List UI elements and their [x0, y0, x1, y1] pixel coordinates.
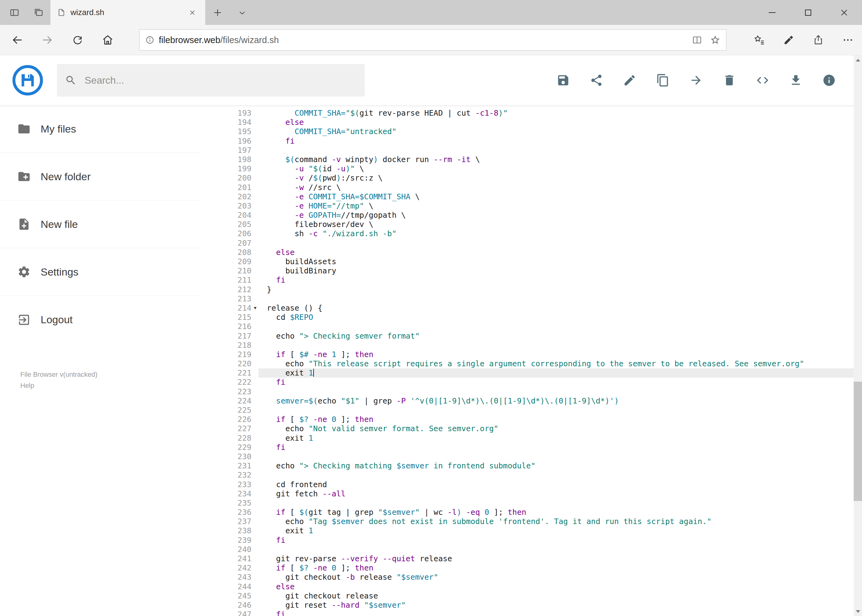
code-line[interactable]: 221 exit 1 [222, 368, 854, 378]
app-logo[interactable] [12, 65, 43, 96]
code-line[interactable]: 231 echo "> Checking matching $semver in… [222, 461, 854, 470]
download-button[interactable] [789, 74, 803, 87]
code-line[interactable]: 239 fi [222, 536, 854, 545]
code-line[interactable]: 196 fi [222, 137, 854, 146]
code-line[interactable]: 208 else [222, 248, 854, 257]
code-line[interactable]: 226 if [ $? -ne 0 ]; then [222, 415, 854, 424]
code-line[interactable]: 247 fi [222, 610, 854, 616]
sidebar-item-settings[interactable]: Settings [0, 248, 199, 296]
scrollbar-thumb[interactable] [854, 382, 862, 501]
forward-button[interactable] [36, 29, 58, 51]
code-line[interactable]: 232 [222, 470, 854, 480]
new-tab-button[interactable] [205, 0, 230, 25]
code-line[interactable]: 214▾release () { [222, 303, 854, 313]
code-line[interactable]: 236 if [ $(git tag | grep "$semver" | wc… [222, 508, 854, 517]
maximize-button[interactable] [790, 0, 826, 25]
fold-arrow-icon[interactable]: ▾ [252, 303, 258, 313]
address-bar[interactable]: filebrowser.web/files/wizard.sh [139, 29, 726, 51]
sidebar-item-new-file[interactable]: New file [0, 201, 199, 248]
code-line[interactable]: 195 COMMIT_SHA="untracked" [222, 127, 854, 136]
delete-button[interactable] [723, 74, 736, 87]
code-line[interactable]: 227 echo "Not valid semver format. See s… [222, 424, 854, 433]
code-line[interactable]: 199 -u "$(id -u)" \ [222, 164, 854, 173]
code-line[interactable]: 245 git checkout release [222, 591, 854, 600]
code-line[interactable]: 219 if [ $# -ne 1 ]; then [222, 350, 854, 359]
share-button[interactable] [807, 29, 829, 51]
rename-button[interactable] [623, 74, 637, 87]
code-line[interactable]: 229 fi [222, 443, 854, 452]
code-line[interactable]: 242 if [ $? -ne 0 ]; then [222, 563, 854, 573]
code-line[interactable]: 209 buildAssets [222, 257, 854, 266]
tab-list-button[interactable] [230, 0, 255, 25]
code-line[interactable]: 238 exit 1 [222, 526, 854, 536]
code-line[interactable]: 217 echo "> Checking semver format" [222, 332, 854, 341]
search-box[interactable]: Search... [57, 64, 365, 97]
code-line[interactable]: 225 [222, 405, 854, 415]
code-line[interactable]: 234 git fetch --all [222, 489, 854, 498]
code-line[interactable]: 240 [222, 545, 854, 554]
code-line[interactable]: 204 -e GOPATH=//tmp/gopath \ [222, 211, 854, 220]
code-line[interactable]: 220 echo "This release script requires a… [222, 359, 854, 368]
set-tabs-aside-button[interactable] [27, 0, 50, 25]
sidebar-item-logout[interactable]: Logout [0, 296, 199, 344]
source-code-button[interactable] [756, 74, 769, 87]
back-button[interactable] [6, 29, 28, 51]
code-line[interactable]: 237 echo "Tag $semver does not exist in … [222, 517, 854, 526]
code-line[interactable]: 203 -e HOME="//tmp" \ [222, 201, 854, 211]
code-line[interactable]: 215 cd $REPO [222, 313, 854, 322]
share-file-button[interactable] [589, 74, 603, 87]
code-line[interactable]: 233 cd frontend [222, 480, 854, 489]
copy-button[interactable] [656, 74, 670, 87]
line-number: 219 [222, 350, 258, 359]
search-input[interactable]: Search... [85, 75, 124, 86]
move-button[interactable] [689, 74, 703, 87]
code-line[interactable]: 213 [222, 294, 854, 303]
code-line[interactable]: 246 git reset --hard "$semver" [222, 600, 854, 610]
code-line[interactable]: 223 [222, 387, 854, 396]
code-line[interactable]: 230 [222, 452, 854, 461]
page-scrollbar[interactable] [854, 55, 862, 616]
code-line[interactable]: 201 -w //src \ [222, 183, 854, 192]
refresh-button[interactable] [66, 29, 89, 51]
code-line[interactable]: 193 COMMIT_SHA="$(git rev-parse HEAD | c… [222, 108, 854, 118]
code-line[interactable]: 202 -e COMMIT_SHA=$COMMIT_SHA \ [222, 192, 854, 201]
code-line[interactable]: 224 semver=$(echo "$1" | grep -P '^v(0|[… [222, 396, 854, 405]
save-button[interactable] [556, 74, 570, 87]
minimize-button[interactable] [754, 0, 790, 25]
code-line[interactable]: 216 [222, 322, 854, 331]
code-line[interactable]: 197 [222, 146, 854, 155]
code-line[interactable]: 211 fi [222, 275, 854, 285]
sidebar-item-new-folder[interactable]: New folder [0, 153, 199, 201]
code-line[interactable]: 198 $(command -v winpty) docker run --rm… [222, 155, 854, 164]
code-line[interactable]: 206 sh -c "./wizard.sh -b" [222, 229, 854, 238]
code-line[interactable]: 218 [222, 341, 854, 350]
info-button[interactable] [822, 74, 836, 87]
reading-view-button[interactable] [692, 35, 702, 45]
code-line[interactable]: 244 else [222, 582, 854, 591]
code-editor[interactable]: 193 COMMIT_SHA="$(git rev-parse HEAD | c… [222, 105, 854, 616]
code-line[interactable]: 205 filebrowser/dev \ [222, 220, 854, 229]
browser-tab[interactable]: wizard.sh [50, 0, 205, 25]
code-line[interactable]: 228 exit 1 [222, 434, 854, 443]
code-line[interactable]: 210 buildBinary [222, 266, 854, 275]
scroll-down-arrow[interactable] [854, 607, 862, 616]
sidebar-item-my-files[interactable]: My files [0, 105, 199, 153]
hub-button[interactable] [748, 29, 770, 51]
favorite-star-button[interactable] [710, 35, 720, 45]
more-button[interactable] [837, 29, 859, 51]
code-line[interactable]: 207 [222, 239, 854, 248]
tab-close-button[interactable] [186, 6, 199, 19]
close-window-button[interactable] [826, 0, 862, 25]
code-line[interactable]: 212} [222, 285, 854, 294]
help-link[interactable]: Help [20, 380, 98, 391]
tab-preview-button[interactable] [2, 0, 27, 25]
scroll-up-arrow[interactable] [854, 55, 862, 64]
code-line[interactable]: 200 -v /$(pwd):/src:z \ [222, 173, 854, 183]
web-note-button[interactable] [778, 29, 800, 51]
code-line[interactable]: 241 git rev-parse --verify --quiet relea… [222, 554, 854, 563]
home-button[interactable] [97, 29, 119, 51]
code-line[interactable]: 194 else [222, 118, 854, 127]
code-line[interactable]: 222 fi [222, 378, 854, 387]
code-line[interactable]: 235 [222, 498, 854, 508]
code-line[interactable]: 243 git checkout -b release "$semver" [222, 573, 854, 582]
